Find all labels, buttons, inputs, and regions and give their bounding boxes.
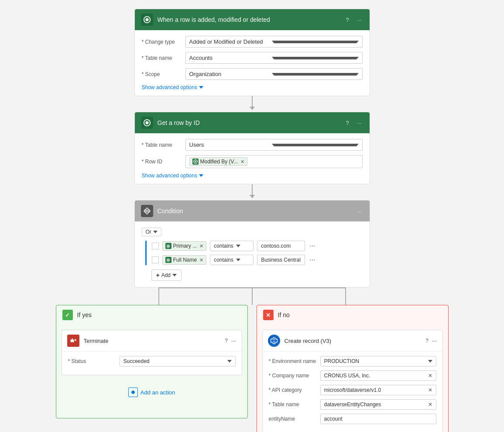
connector-2 bbox=[250, 184, 255, 200]
terminate-help-button[interactable]: ? bbox=[225, 337, 228, 344]
status-select[interactable]: Succeeded bbox=[120, 356, 236, 366]
table-name-row: * Table name Accounts bbox=[142, 52, 363, 64]
create-record-title: Create record (V3) bbox=[285, 338, 422, 344]
row-id-token-label: Modified By (V... bbox=[200, 159, 238, 165]
condition-icon bbox=[141, 205, 153, 217]
company-clear-button[interactable]: ✕ bbox=[428, 373, 432, 379]
create-table-field[interactable]: dataverseEntityChanges ✕ bbox=[320, 399, 436, 410]
add-condition-button[interactable]: + Add bbox=[151, 270, 182, 281]
env-chevron bbox=[428, 360, 432, 363]
create-record-help-button[interactable]: ? bbox=[425, 337, 429, 344]
change-type-chevron bbox=[272, 41, 359, 43]
company-label: * Company name bbox=[269, 373, 317, 379]
get-row-advanced-chevron bbox=[199, 174, 203, 177]
no-badge: ✕ bbox=[263, 310, 274, 320]
terminate-actions: ? ··· bbox=[225, 337, 236, 344]
or-label: Or bbox=[146, 229, 151, 235]
condition-checkbox-2[interactable] bbox=[152, 256, 159, 263]
connector-1 bbox=[250, 96, 255, 112]
condition-row-2: Full Name ✕ contains Business Central ··… bbox=[152, 255, 363, 265]
terminate-header: Terminate ? ··· bbox=[62, 330, 242, 352]
condition-body: Or Primary ... ✕ bbox=[135, 221, 370, 287]
or-badge[interactable]: Or bbox=[142, 228, 161, 236]
split-horizontal bbox=[158, 287, 346, 288]
condition-row-1: Primary ... ✕ contains contoso.com ··· bbox=[152, 241, 363, 251]
change-type-label: * Change type bbox=[142, 39, 181, 45]
get-row-table-value: Users bbox=[189, 142, 272, 148]
row-id-token-close[interactable]: ✕ bbox=[240, 159, 244, 165]
company-row: * Company name CRONUS USA, Inc. ✕ bbox=[269, 370, 436, 381]
cond-token-icon-1 bbox=[165, 243, 171, 249]
cond-dots-2[interactable]: ··· bbox=[309, 256, 315, 264]
cond-value-1[interactable]: contoso.com bbox=[257, 241, 305, 251]
svg-rect-14 bbox=[72, 339, 73, 339]
condition-token-2: Full Name ✕ bbox=[162, 255, 207, 265]
create-record-icon bbox=[268, 335, 280, 347]
scope-row: * Scope Organization bbox=[142, 68, 363, 80]
status-chevron bbox=[227, 360, 232, 363]
company-value: CRONUS USA, Inc. bbox=[324, 373, 370, 379]
if-no-panel: ✕ If no Create record (V3) bbox=[257, 305, 449, 432]
status-value: Succeeded bbox=[123, 358, 150, 364]
get-row-table-select[interactable]: Users bbox=[185, 139, 363, 151]
trigger-show-advanced[interactable]: Show advanced options bbox=[142, 84, 363, 90]
terminate-more-button[interactable]: ··· bbox=[231, 337, 237, 344]
add-label: Add bbox=[161, 272, 171, 278]
entity-name-field[interactable]: account bbox=[320, 414, 436, 424]
scope-label: * Scope bbox=[142, 71, 181, 77]
api-category-clear-button[interactable]: ✕ bbox=[428, 387, 432, 393]
env-row: * Environment name PRODUCTION bbox=[269, 356, 436, 366]
condition-more-button[interactable]: ··· bbox=[355, 207, 363, 215]
get-row-show-advanced[interactable]: Show advanced options bbox=[142, 173, 363, 179]
entity-name-label: entityName bbox=[269, 416, 317, 422]
company-field[interactable]: CRONUS USA, Inc. ✕ bbox=[320, 370, 436, 381]
svg-rect-13 bbox=[70, 340, 74, 342]
api-category-label: * API category bbox=[269, 387, 317, 393]
get-row-help-button[interactable]: ? bbox=[344, 119, 350, 127]
create-table-clear-button[interactable]: ✕ bbox=[428, 401, 432, 408]
create-record-more-button[interactable]: ··· bbox=[432, 337, 437, 344]
api-category-value: microsoft/dataverse/v1.0 bbox=[324, 387, 381, 393]
terminate-title: Terminate bbox=[84, 338, 221, 344]
cond-operator-1[interactable]: contains bbox=[210, 241, 254, 251]
table-name-value: Accounts bbox=[189, 55, 272, 61]
cond-value-2[interactable]: Business Central bbox=[257, 255, 305, 265]
cond-operator-2[interactable]: contains bbox=[210, 255, 254, 265]
split-right-line bbox=[345, 288, 346, 305]
get-row-actions: ? ··· bbox=[344, 119, 363, 127]
status-row: * Status Succeeded bbox=[68, 356, 236, 366]
trigger-card: When a row is added, modified or deleted… bbox=[134, 9, 370, 96]
cond-dots-1[interactable]: ··· bbox=[309, 242, 315, 250]
if-no-label: If no bbox=[278, 311, 290, 318]
create-table-value: dataverseEntityChanges bbox=[324, 401, 381, 408]
add-action-icon bbox=[128, 387, 138, 397]
get-row-more-button[interactable]: ··· bbox=[355, 119, 363, 127]
trigger-more-button[interactable]: ··· bbox=[355, 16, 363, 24]
split-connector-area bbox=[56, 287, 449, 305]
yes-badge: ✓ bbox=[62, 310, 73, 320]
cond-token-close-2[interactable]: ✕ bbox=[199, 257, 203, 263]
terminate-icon bbox=[67, 335, 79, 347]
api-category-field[interactable]: microsoft/dataverse/v1.0 ✕ bbox=[320, 385, 436, 395]
table-name-label: * Table name bbox=[142, 55, 181, 61]
get-row-header: Get a row by ID ? ··· bbox=[135, 112, 370, 134]
svg-point-10 bbox=[168, 245, 169, 247]
cond-operator-value-2: contains bbox=[214, 257, 233, 263]
change-type-select[interactable]: Added or Modified or Deleted bbox=[185, 36, 363, 48]
row-id-row: * Row ID Modified By (V... ✕ bbox=[142, 155, 363, 168]
condition-title: Condition bbox=[158, 207, 351, 214]
split-line bbox=[252, 287, 253, 305]
scope-select[interactable]: Organization bbox=[185, 68, 363, 80]
condition-checkbox-1[interactable] bbox=[152, 242, 159, 249]
if-yes-label: If yes bbox=[77, 311, 92, 318]
entity-name-row: entityName account bbox=[269, 414, 436, 424]
cond-token-close-1[interactable]: ✕ bbox=[199, 243, 203, 249]
add-action-button[interactable]: Add an action bbox=[56, 380, 247, 404]
cond-token-icon-2 bbox=[165, 257, 171, 263]
table-name-select[interactable]: Accounts bbox=[185, 52, 363, 64]
entity-name-value: account bbox=[324, 416, 343, 422]
svg-point-5 bbox=[195, 161, 196, 162]
trigger-help-button[interactable]: ? bbox=[344, 16, 350, 24]
row-id-field[interactable]: Modified By (V... ✕ bbox=[185, 155, 363, 168]
env-select[interactable]: PRODUCTION bbox=[320, 356, 436, 366]
